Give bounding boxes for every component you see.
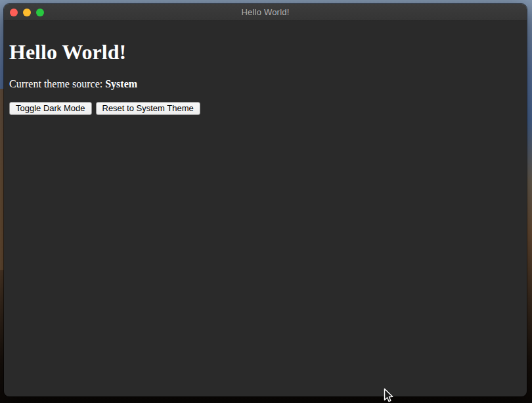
close-button[interactable] [10, 9, 18, 16]
theme-source-line: Current theme source: System [9, 78, 521, 90]
page-title: Hello World! [9, 40, 521, 64]
button-row: Toggle Dark Mode Reset to System Theme [9, 102, 521, 115]
page-content: Hello World! Current theme source: Syste… [4, 21, 527, 396]
theme-source-label: Current theme source: [9, 78, 105, 89]
reset-to-system-theme-button[interactable]: Reset to System Theme [96, 102, 200, 115]
zoom-button[interactable] [36, 9, 44, 16]
theme-source-value: System [105, 78, 137, 89]
desktop-background: { "titlebar": { "title": "Hello World!" … [0, 0, 532, 403]
app-window: Hello World! Hello World! Current theme … [3, 3, 527, 397]
minimize-button[interactable] [23, 9, 31, 16]
window-title: Hello World! [242, 7, 290, 17]
titlebar[interactable]: Hello World! [4, 4, 527, 21]
toggle-dark-mode-button[interactable]: Toggle Dark Mode [9, 102, 92, 115]
traffic-lights [10, 4, 44, 20]
